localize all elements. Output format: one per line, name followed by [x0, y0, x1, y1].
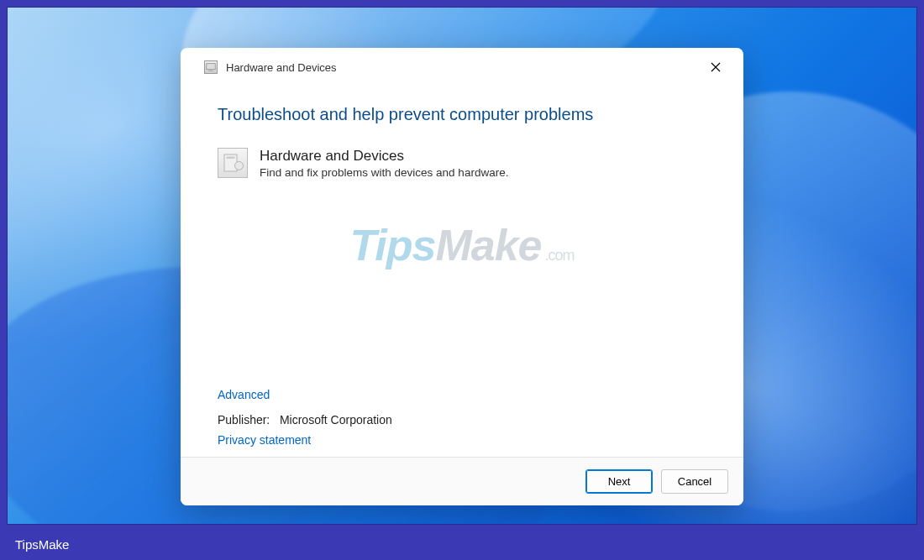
cancel-button[interactable]: Cancel: [661, 469, 728, 494]
publisher-label: Publisher:: [218, 413, 270, 427]
screenshot-frame: Hardware and Devices Troubleshoot and he…: [7, 7, 917, 525]
svg-point-4: [235, 161, 244, 170]
page-footer-bar: TipsMake: [0, 528, 924, 560]
hardware-large-icon: [218, 148, 248, 178]
section-description: Find and fix problems with devices and h…: [260, 166, 508, 179]
close-button[interactable]: [700, 55, 732, 79]
svg-rect-3: [227, 157, 235, 160]
dialog-body: Troubleshoot and help prevent computer p…: [181, 81, 743, 457]
svg-rect-1: [208, 71, 213, 71]
footer-brand: TipsMake: [15, 537, 69, 552]
publisher-value: Microsoft Corporation: [280, 413, 392, 427]
troubleshooter-section: Hardware and Devices Find and fix proble…: [218, 148, 706, 179]
advanced-link[interactable]: Advanced: [218, 388, 270, 401]
hardware-small-icon: [204, 60, 218, 74]
dialog-footer: Next Cancel: [181, 457, 743, 505]
dialog-title: Hardware and Devices: [226, 61, 337, 74]
publisher-line: Publisher: Microsoft Corporation: [218, 413, 706, 427]
troubleshooter-dialog: Hardware and Devices Troubleshoot and he…: [181, 48, 743, 505]
dialog-titlebar: Hardware and Devices: [181, 48, 743, 81]
spacer: [218, 179, 706, 388]
privacy-statement-link[interactable]: Privacy statement: [218, 433, 311, 447]
close-icon: [711, 62, 721, 72]
section-title: Hardware and Devices: [260, 148, 508, 165]
next-button[interactable]: Next: [585, 469, 653, 494]
main-heading: Troubleshoot and help prevent computer p…: [218, 105, 706, 124]
section-text-group: Hardware and Devices Find and fix proble…: [260, 148, 508, 179]
svg-rect-0: [207, 64, 216, 70]
